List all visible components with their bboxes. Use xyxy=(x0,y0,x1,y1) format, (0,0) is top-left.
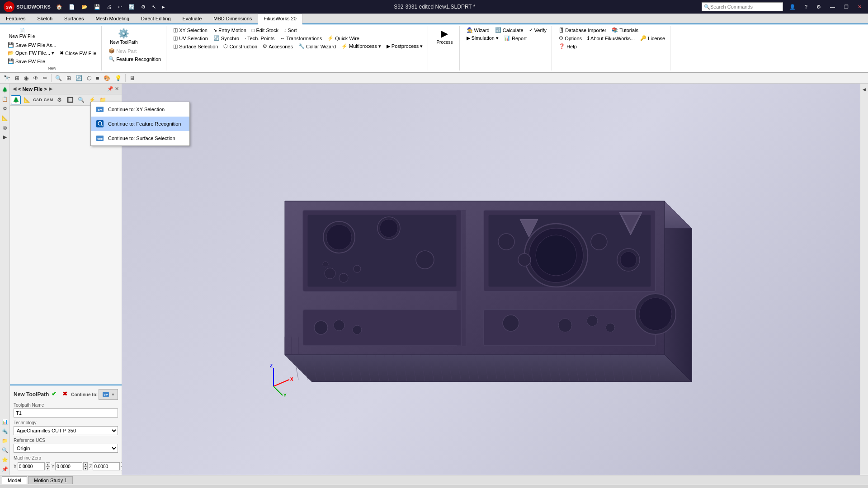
panel-tab-tree[interactable]: 🌲 xyxy=(11,95,21,104)
btn-calculate[interactable]: 🔢 Calculate xyxy=(493,26,526,34)
btn-help[interactable]: ❓ Help xyxy=(557,42,579,50)
btn-save-fw[interactable]: 💾 Save FW File xyxy=(5,57,47,65)
btn-tech-points[interactable]: · Tech. Points xyxy=(242,35,277,42)
tab-mesh-modeling[interactable]: Mesh Modeling xyxy=(90,14,135,23)
btn-postprocess[interactable]: ▶ Postprocess ▾ xyxy=(384,42,425,50)
view-3d-icon[interactable]: ⬡ xyxy=(85,74,93,82)
qa-undo[interactable]: ↩ xyxy=(115,3,125,11)
view-orient-icon[interactable]: 🔭 xyxy=(2,74,12,82)
tp-cancel-btn[interactable]: ✖ xyxy=(60,389,69,398)
tp-confirm-btn[interactable]: ✔ xyxy=(49,389,58,398)
btn-process[interactable]: ▶ Process xyxy=(433,26,456,47)
mz-y-input[interactable] xyxy=(55,462,82,470)
right-sidebar-expand[interactable]: ◀ xyxy=(860,85,868,94)
btn-new-fw-file[interactable]: 📄 New FW File xyxy=(5,26,38,41)
view-zoom-in-icon[interactable]: 🔍 xyxy=(53,74,64,82)
close-btn[interactable]: ✕ xyxy=(855,3,864,11)
tab-motion-study[interactable]: Motion Study 1 xyxy=(28,476,73,484)
btn-wizard[interactable]: 🧙 Wizard xyxy=(464,26,492,34)
qa-print[interactable]: 🖨 xyxy=(104,3,114,10)
sidebar-motion-icon[interactable]: ▶ xyxy=(1,133,9,141)
mz-x-up[interactable]: ▲ xyxy=(46,462,50,466)
mz-y-up[interactable]: ▲ xyxy=(83,462,88,466)
btn-database-importer[interactable]: 🗄 Database Importer xyxy=(557,27,609,34)
sidebar-bottom1-icon[interactable]: 📊 xyxy=(1,418,9,426)
search-bar[interactable]: 🔍 xyxy=(702,2,783,11)
tab-evaluate[interactable]: Evaluate xyxy=(177,14,208,23)
technology-select[interactable]: AgieCharmilles CUT P 350 xyxy=(14,426,118,435)
user-icon[interactable]: 👤 xyxy=(787,3,798,11)
dropdown-item-feature-recognition[interactable]: Continue to: Feature Recognition xyxy=(91,117,189,131)
btn-open-fw[interactable]: 📂 Open FW File... ▾ xyxy=(5,49,57,57)
tab-mbd-dimensions[interactable]: MBD Dimensions xyxy=(208,14,258,23)
btn-close-fw[interactable]: ✖ Close FW File xyxy=(57,49,99,57)
view-monitor-icon[interactable]: 🖥 xyxy=(127,74,137,82)
view-color-icon[interactable]: 🎨 xyxy=(102,74,112,82)
panel-pin-icon[interactable]: 📌 xyxy=(107,86,113,92)
qa-new[interactable]: 📄 xyxy=(66,3,78,11)
btn-entry-motion[interactable]: ↘ Entry Motion xyxy=(211,26,249,34)
view-section-icon[interactable]: ⊞ xyxy=(13,74,21,82)
qa-options[interactable]: ⚙ xyxy=(138,3,148,11)
continue-to-btn[interactable]: XY ▼ xyxy=(99,389,118,400)
sidebar-bottom5-icon[interactable]: ⭐ xyxy=(1,455,9,464)
panel-tab-sketch[interactable]: 📐 xyxy=(22,95,32,104)
tab-surfaces[interactable]: Surfaces xyxy=(58,14,90,23)
qa-cursor[interactable]: ↖ xyxy=(149,3,159,11)
view-light-icon[interactable]: 💡 xyxy=(113,74,123,82)
sidebar-properties-icon[interactable]: 📋 xyxy=(1,95,9,103)
sidebar-bottom6-icon[interactable]: 📌 xyxy=(1,465,9,473)
btn-accesories[interactable]: ⚙ Accesories xyxy=(260,42,295,50)
sidebar-bottom2-icon[interactable]: 🔩 xyxy=(1,427,9,435)
btn-xy-selection[interactable]: ◫ XY Selection xyxy=(171,26,210,34)
btn-about-fw[interactable]: ℹ About FikusWorks... xyxy=(585,34,637,42)
btn-tutorials[interactable]: 📚 Tutorials xyxy=(609,26,641,34)
restore-btn[interactable]: ❐ xyxy=(841,3,851,11)
btn-license[interactable]: 🔑 License xyxy=(638,34,667,42)
btn-save-fw-as[interactable]: 💾 Save FW File As... xyxy=(5,41,58,49)
sidebar-bottom3-icon[interactable]: 📁 xyxy=(1,436,9,445)
view-fit-icon[interactable]: ⊞ xyxy=(65,74,73,82)
btn-report[interactable]: 📊 Report xyxy=(502,34,529,42)
tab-features[interactable]: Features xyxy=(0,14,31,23)
dropdown-item-xy-selection[interactable]: XY Continue to: XY Selection xyxy=(91,102,189,117)
qa-extra[interactable]: ▸ xyxy=(160,3,168,11)
btn-surface-selection[interactable]: ◫ Surface Selection xyxy=(171,42,220,50)
btn-simulation[interactable]: ▶ Simulation ▾ xyxy=(464,34,501,42)
panel-forward-btn[interactable]: ▶ xyxy=(49,86,52,92)
btn-construction[interactable]: ⬡ Construction xyxy=(221,42,259,50)
panel-tab-display[interactable]: 🔲 xyxy=(65,95,75,104)
view-shading-icon[interactable]: ■ xyxy=(94,74,101,82)
qa-home[interactable]: 🏠 xyxy=(53,3,65,11)
panel-tab-cad[interactable]: CAD xyxy=(33,95,42,104)
panel-tab-cam[interactable]: CAM xyxy=(43,95,53,104)
btn-synchro[interactable]: 🔄 Synchro xyxy=(211,34,241,42)
tab-fikusworks[interactable]: FikusWorks 20 xyxy=(258,14,302,24)
btn-quick-wire[interactable]: ⚡ Quick Wire xyxy=(325,34,362,42)
tab-sketch[interactable]: Sketch xyxy=(31,14,58,23)
mz-x-input[interactable] xyxy=(18,462,45,470)
btn-sort[interactable]: ↕ Sort xyxy=(282,27,299,34)
btn-new-part[interactable]: 📦 New Part xyxy=(106,47,139,55)
btn-collar-wizard[interactable]: 🔧 Collar Wizard xyxy=(296,42,338,50)
reference-ucs-select[interactable]: Origin xyxy=(14,444,118,453)
view-edit-icon[interactable]: ✏ xyxy=(41,74,49,82)
qa-rebuild[interactable]: 🔄 xyxy=(126,3,137,11)
btn-edit-stock[interactable]: □ Edit Stock xyxy=(250,27,281,34)
sidebar-render-icon[interactable]: ◎ xyxy=(1,123,9,131)
panel-close-icon[interactable]: ✕ xyxy=(115,86,119,92)
sidebar-features-icon[interactable]: 🌲 xyxy=(1,85,9,94)
tab-direct-editing[interactable]: Direct Editing xyxy=(135,14,176,23)
mz-y-down[interactable]: ▼ xyxy=(83,466,88,470)
help-icon[interactable]: ? xyxy=(802,3,810,10)
btn-transformations[interactable]: ↔ Transformations xyxy=(278,35,324,42)
search-input[interactable] xyxy=(710,4,774,9)
view-hide-show-icon[interactable]: 👁 xyxy=(31,74,40,82)
minimize-btn[interactable]: — xyxy=(827,3,838,10)
btn-uv-selection[interactable]: ◫ UV Selection xyxy=(171,34,210,42)
mz-z-input[interactable] xyxy=(93,462,120,470)
btn-options[interactable]: ⚙ Options xyxy=(557,34,584,42)
panel-tab-settings[interactable]: ⚙ xyxy=(54,95,64,104)
qa-save[interactable]: 💾 xyxy=(91,3,103,11)
viewport[interactable]: Z X Y xyxy=(122,84,860,475)
